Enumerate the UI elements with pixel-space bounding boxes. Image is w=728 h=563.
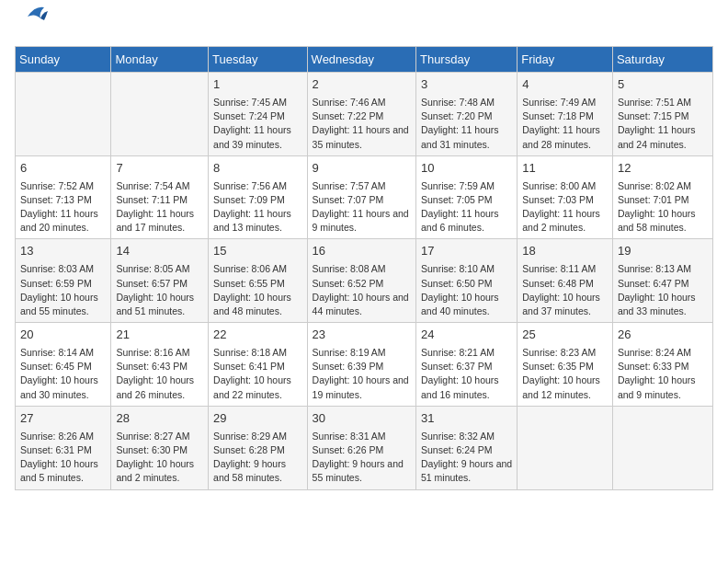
calendar-cell: 23Sunrise: 8:19 AM Sunset: 6:39 PM Dayli… [307, 323, 415, 407]
calendar-header-row: SundayMondayTuesdayWednesdayThursdayFrid… [16, 47, 713, 73]
day-of-week-header: Tuesday [209, 47, 307, 73]
day-number: 13 [20, 243, 106, 260]
calendar-cell: 28Sunrise: 8:27 AM Sunset: 6:30 PM Dayli… [111, 406, 209, 489]
day-number: 9 [313, 160, 411, 178]
calendar-cell: 21Sunrise: 8:16 AM Sunset: 6:43 PM Dayli… [111, 323, 209, 407]
day-number: 7 [116, 160, 203, 178]
day-of-week-header: Saturday [612, 47, 712, 73]
day-content: Sunrise: 8:10 AM Sunset: 6:50 PM Dayligh… [421, 262, 512, 318]
day-content: Sunrise: 8:26 AM Sunset: 6:31 PM Dayligh… [20, 430, 106, 486]
day-number: 31 [421, 410, 512, 428]
calendar-cell: 27Sunrise: 8:26 AM Sunset: 6:31 PM Dayli… [16, 406, 111, 489]
day-number: 2 [313, 76, 411, 94]
day-content: Sunrise: 8:00 AM Sunset: 7:03 PM Dayligh… [522, 179, 608, 236]
calendar-cell: 12Sunrise: 8:02 AM Sunset: 7:01 PM Dayli… [612, 155, 712, 239]
calendar-cell: 5Sunrise: 7:51 AM Sunset: 7:15 PM Daylig… [612, 73, 712, 156]
calendar-cell: 8Sunrise: 7:56 AM Sunset: 7:09 PM Daylig… [209, 155, 307, 239]
day-content: Sunrise: 8:02 AM Sunset: 7:01 PM Dayligh… [618, 179, 708, 236]
day-content: Sunrise: 8:31 AM Sunset: 6:26 PM Dayligh… [313, 430, 411, 486]
day-number: 30 [313, 410, 411, 428]
calendar-cell: 13Sunrise: 8:03 AM Sunset: 6:59 PM Dayli… [16, 239, 111, 323]
day-number: 1 [213, 76, 301, 94]
day-content: Sunrise: 8:11 AM Sunset: 6:48 PM Dayligh… [522, 262, 608, 318]
day-content: Sunrise: 8:29 AM Sunset: 6:28 PM Dayligh… [213, 430, 301, 486]
day-content: Sunrise: 7:46 AM Sunset: 7:22 PM Dayligh… [313, 96, 411, 152]
calendar-cell: 31Sunrise: 8:32 AM Sunset: 6:24 PM Dayli… [415, 406, 517, 489]
logo [15, 15, 48, 35]
day-content: Sunrise: 8:08 AM Sunset: 6:52 PM Dayligh… [313, 262, 411, 318]
calendar-cell: 2Sunrise: 7:46 AM Sunset: 7:22 PM Daylig… [307, 73, 415, 156]
calendar-cell: 30Sunrise: 8:31 AM Sunset: 6:26 PM Dayli… [307, 406, 415, 489]
day-content: Sunrise: 8:06 AM Sunset: 6:55 PM Dayligh… [213, 262, 301, 318]
day-number: 6 [20, 160, 106, 178]
calendar-week-row: 6Sunrise: 7:52 AM Sunset: 7:13 PM Daylig… [16, 155, 713, 239]
day-of-week-header: Wednesday [307, 47, 415, 73]
calendar-cell: 26Sunrise: 8:24 AM Sunset: 6:33 PM Dayli… [612, 323, 712, 407]
calendar-table: SundayMondayTuesdayWednesdayThursdayFrid… [15, 46, 713, 490]
calendar-cell: 10Sunrise: 7:59 AM Sunset: 7:05 PM Dayli… [415, 155, 517, 239]
day-content: Sunrise: 8:27 AM Sunset: 6:30 PM Dayligh… [116, 430, 203, 486]
day-number: 19 [618, 243, 708, 260]
day-number: 26 [618, 327, 708, 344]
calendar-week-row: 27Sunrise: 8:26 AM Sunset: 6:31 PM Dayli… [16, 406, 713, 489]
calendar-body: 1Sunrise: 7:45 AM Sunset: 7:24 PM Daylig… [16, 73, 713, 490]
day-number: 20 [20, 327, 106, 344]
day-content: Sunrise: 8:16 AM Sunset: 6:43 PM Dayligh… [116, 346, 203, 402]
day-content: Sunrise: 7:51 AM Sunset: 7:15 PM Dayligh… [618, 96, 708, 152]
calendar-cell: 22Sunrise: 8:18 AM Sunset: 6:41 PM Dayli… [209, 323, 307, 407]
day-content: Sunrise: 7:52 AM Sunset: 7:13 PM Dayligh… [20, 179, 106, 236]
calendar-cell: 4Sunrise: 7:49 AM Sunset: 7:18 PM Daylig… [518, 73, 613, 156]
day-number: 10 [421, 160, 512, 178]
day-number: 28 [116, 410, 203, 428]
day-content: Sunrise: 8:18 AM Sunset: 6:41 PM Dayligh… [213, 346, 301, 402]
day-number: 18 [522, 243, 608, 260]
day-of-week-header: Friday [518, 47, 613, 73]
calendar-cell [111, 73, 209, 156]
calendar-cell: 7Sunrise: 7:54 AM Sunset: 7:11 PM Daylig… [111, 155, 209, 239]
day-content: Sunrise: 7:59 AM Sunset: 7:05 PM Dayligh… [421, 179, 512, 236]
day-of-week-header: Monday [111, 47, 209, 73]
calendar-cell: 18Sunrise: 8:11 AM Sunset: 6:48 PM Dayli… [518, 239, 613, 323]
day-number: 4 [522, 76, 608, 94]
day-content: Sunrise: 8:23 AM Sunset: 6:35 PM Dayligh… [522, 346, 608, 402]
day-number: 15 [213, 243, 301, 260]
day-content: Sunrise: 8:14 AM Sunset: 6:45 PM Dayligh… [20, 346, 106, 402]
day-content: Sunrise: 7:45 AM Sunset: 7:24 PM Dayligh… [213, 96, 301, 152]
calendar-cell [518, 406, 613, 489]
calendar-cell: 17Sunrise: 8:10 AM Sunset: 6:50 PM Dayli… [415, 239, 517, 323]
calendar-cell [612, 406, 712, 489]
calendar-cell: 11Sunrise: 8:00 AM Sunset: 7:03 PM Dayli… [518, 155, 613, 239]
calendar-cell: 20Sunrise: 8:14 AM Sunset: 6:45 PM Dayli… [16, 323, 111, 407]
page-header [15, 15, 713, 35]
calendar-cell: 24Sunrise: 8:21 AM Sunset: 6:37 PM Dayli… [415, 323, 517, 407]
day-number: 11 [522, 160, 608, 178]
calendar-cell: 29Sunrise: 8:29 AM Sunset: 6:28 PM Dayli… [209, 406, 307, 489]
calendar-cell: 1Sunrise: 7:45 AM Sunset: 7:24 PM Daylig… [209, 73, 307, 156]
day-content: Sunrise: 8:05 AM Sunset: 6:57 PM Dayligh… [116, 262, 203, 318]
day-number: 12 [618, 160, 708, 178]
calendar-cell: 3Sunrise: 7:48 AM Sunset: 7:20 PM Daylig… [415, 73, 517, 156]
day-content: Sunrise: 8:21 AM Sunset: 6:37 PM Dayligh… [421, 346, 512, 402]
day-content: Sunrise: 7:48 AM Sunset: 7:20 PM Dayligh… [421, 96, 512, 152]
calendar-week-row: 1Sunrise: 7:45 AM Sunset: 7:24 PM Daylig… [16, 73, 713, 156]
day-number: 14 [116, 243, 203, 260]
calendar-week-row: 20Sunrise: 8:14 AM Sunset: 6:45 PM Dayli… [16, 323, 713, 407]
day-content: Sunrise: 7:57 AM Sunset: 7:07 PM Dayligh… [313, 179, 411, 236]
day-number: 24 [421, 327, 512, 344]
day-number: 5 [618, 76, 708, 94]
calendar-cell [16, 73, 111, 156]
calendar-cell: 19Sunrise: 8:13 AM Sunset: 6:47 PM Dayli… [612, 239, 712, 323]
day-content: Sunrise: 7:49 AM Sunset: 7:18 PM Dayligh… [522, 96, 608, 152]
day-number: 16 [313, 243, 411, 260]
day-content: Sunrise: 8:19 AM Sunset: 6:39 PM Dayligh… [313, 346, 411, 402]
day-content: Sunrise: 8:13 AM Sunset: 6:47 PM Dayligh… [618, 262, 708, 318]
day-number: 21 [116, 327, 203, 344]
calendar-cell: 15Sunrise: 8:06 AM Sunset: 6:55 PM Dayli… [209, 239, 307, 323]
day-number: 17 [421, 243, 512, 260]
day-content: Sunrise: 8:32 AM Sunset: 6:24 PM Dayligh… [421, 430, 512, 486]
calendar-cell: 25Sunrise: 8:23 AM Sunset: 6:35 PM Dayli… [518, 323, 613, 407]
day-number: 8 [213, 160, 301, 178]
day-content: Sunrise: 7:56 AM Sunset: 7:09 PM Dayligh… [213, 179, 301, 236]
day-content: Sunrise: 8:03 AM Sunset: 6:59 PM Dayligh… [20, 262, 106, 318]
day-content: Sunrise: 8:24 AM Sunset: 6:33 PM Dayligh… [618, 346, 708, 402]
